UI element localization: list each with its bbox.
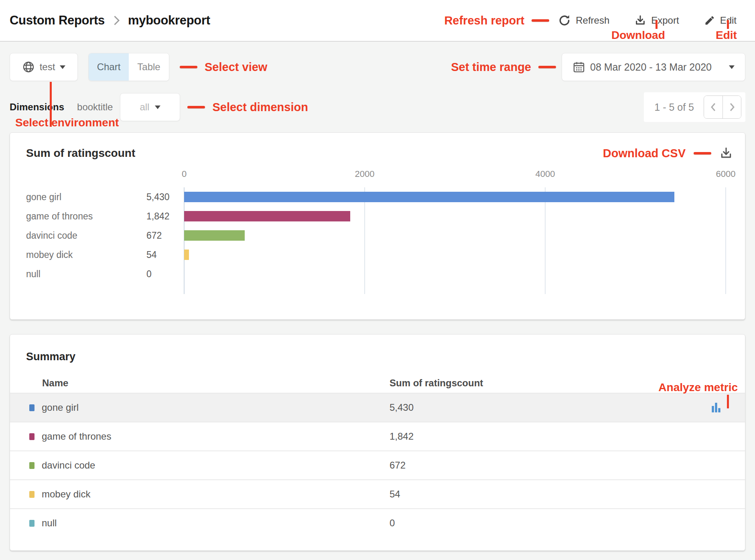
row-name-cell: mobey dick: [29, 489, 390, 500]
dimensions-row: Dimensions booktitle all Select dimensio…: [10, 93, 745, 121]
row-value: 0: [390, 517, 689, 529]
annotation-refresh-report-label: Refresh report: [444, 14, 524, 27]
bar-chart-icon: [710, 401, 723, 414]
category-label: davinci code: [26, 230, 146, 241]
globe-icon: [22, 61, 35, 73]
series-color-swatch: [29, 433, 35, 440]
table-row[interactable]: null0: [10, 508, 745, 537]
tab-table[interactable]: Table: [129, 53, 169, 81]
tab-chart[interactable]: Chart: [89, 53, 129, 81]
annotation-select-dimension: Select dimension: [187, 101, 308, 114]
table-row[interactable]: game of thrones1,842: [10, 422, 745, 450]
row-name-cell: gone girl: [29, 402, 390, 413]
header: Custom Reports mybookreport Refresh repo…: [0, 0, 755, 42]
annotation-dash: [187, 106, 205, 108]
annotation-dash: [694, 152, 711, 154]
bar[interactable]: [184, 192, 674, 202]
category-label: mobey dick: [26, 250, 146, 260]
annotation-line-download: [656, 20, 658, 29]
download-icon: [634, 14, 646, 26]
annotation-download-csv-label: Download CSV: [603, 147, 686, 160]
summary-table-body: gone girl5,430game of thrones1,842davinc…: [10, 393, 745, 537]
summary-table-header: Name Sum of ratingscount: [10, 373, 745, 393]
bar-track: [184, 211, 726, 221]
category-value: 54: [146, 250, 184, 260]
chart-card: Sum of ratingscount Download CSV 0200040…: [10, 132, 745, 320]
annotation-select-dimension-label: Select dimension: [212, 101, 308, 114]
chart-row: mobey dick54: [26, 245, 726, 264]
edit-button[interactable]: Edit: [704, 15, 737, 26]
toolbar: test ChartTable Select view Set time ran…: [10, 53, 745, 81]
summary-card: Summary Name Sum of ratingscount gone gi…: [10, 334, 745, 551]
annotation-dash: [532, 19, 549, 22]
refresh-button[interactable]: Refresh: [558, 14, 609, 27]
series-color-swatch: [29, 404, 35, 411]
analyze-metric-button[interactable]: [710, 401, 723, 414]
dimension-filter-dropdown[interactable]: all: [120, 93, 180, 121]
bar-track: [184, 230, 726, 241]
axis-tick-label: 6000: [716, 169, 736, 179]
bar-track: [184, 192, 726, 202]
annotation-dash: [538, 66, 556, 68]
bar[interactable]: [184, 211, 350, 221]
chart-axis-ticks: 0200040006000: [184, 166, 726, 183]
annotation-select-environment: Select environment: [15, 116, 119, 129]
main-content: test ChartTable Select view Set time ran…: [0, 53, 755, 551]
view-switcher: ChartTable: [88, 53, 169, 81]
download-csv-button[interactable]: [719, 146, 733, 160]
category-value: 672: [146, 230, 184, 241]
download-icon: [719, 146, 733, 160]
row-name: game of thrones: [42, 431, 111, 442]
previous-page-button[interactable]: [704, 96, 723, 118]
category-value: 0: [146, 269, 184, 280]
chart-row: game of thrones1,842: [26, 207, 726, 226]
row-name-cell: davinci code: [29, 460, 390, 471]
annotation-analyze-metric: Analyze metric: [658, 381, 738, 394]
dimensions-label: Dimensions: [10, 101, 64, 113]
category-label: game of thrones: [26, 211, 146, 222]
chevron-right-icon: [728, 102, 737, 112]
environment-selector-value: test: [40, 61, 55, 73]
refresh-button-label: Refresh: [576, 15, 609, 26]
row-name: gone girl: [42, 402, 79, 413]
custom-report-page: Custom Reports mybookreport Refresh repo…: [0, 0, 755, 560]
category-label: null: [26, 269, 146, 280]
annotation-select-view-label: Select view: [205, 61, 267, 74]
breadcrumb-root-link[interactable]: Custom Reports: [10, 13, 105, 28]
table-row[interactable]: gone girl5,430: [10, 393, 745, 422]
annotation-line-analyze-metric: [727, 395, 729, 408]
environment-selector[interactable]: test: [10, 53, 78, 81]
row-value: 54: [390, 489, 689, 500]
annotation-set-time-range-label: Set time range: [451, 61, 531, 74]
dimension-name: booktitle: [77, 101, 113, 113]
annotation-edit: Edit: [716, 29, 737, 42]
row-actions: [689, 401, 733, 414]
annotation-line-edit: [727, 20, 729, 29]
annotation-refresh-report: Refresh report: [444, 14, 549, 27]
category-value: 1,842: [146, 211, 184, 222]
pagination-buttons: [704, 95, 741, 119]
table-row[interactable]: davinci code672: [10, 450, 745, 479]
chart-row: null0: [26, 264, 726, 284]
bar-track: [184, 250, 726, 260]
row-name: davinci code: [42, 460, 95, 471]
chart-card-header: Sum of ratingscount Download CSV: [10, 133, 745, 160]
pencil-icon: [704, 15, 715, 26]
chart-row: gone girl5,430: [26, 187, 726, 207]
date-range-picker[interactable]: 08 Mar 2020 - 13 Mar 2020: [562, 53, 745, 81]
bar-track: [184, 269, 726, 279]
next-page-button[interactable]: [723, 96, 741, 118]
refresh-icon: [558, 14, 571, 27]
bar[interactable]: [184, 250, 189, 260]
breadcrumb-current: mybookreport: [128, 13, 210, 28]
bar-chart: 0200040006000 gone girl5,430game of thro…: [26, 166, 726, 284]
bar[interactable]: [184, 230, 245, 241]
axis-tick-label: 2000: [355, 169, 375, 179]
category-label: gone girl: [26, 192, 146, 203]
series-color-swatch: [29, 520, 35, 527]
axis-tick-label: 4000: [536, 169, 555, 179]
column-header-name: Name: [29, 377, 390, 389]
table-row[interactable]: mobey dick54: [10, 479, 745, 508]
chart-title: Sum of ratingscount: [26, 147, 603, 160]
chart-row: davinci code672: [26, 226, 726, 245]
